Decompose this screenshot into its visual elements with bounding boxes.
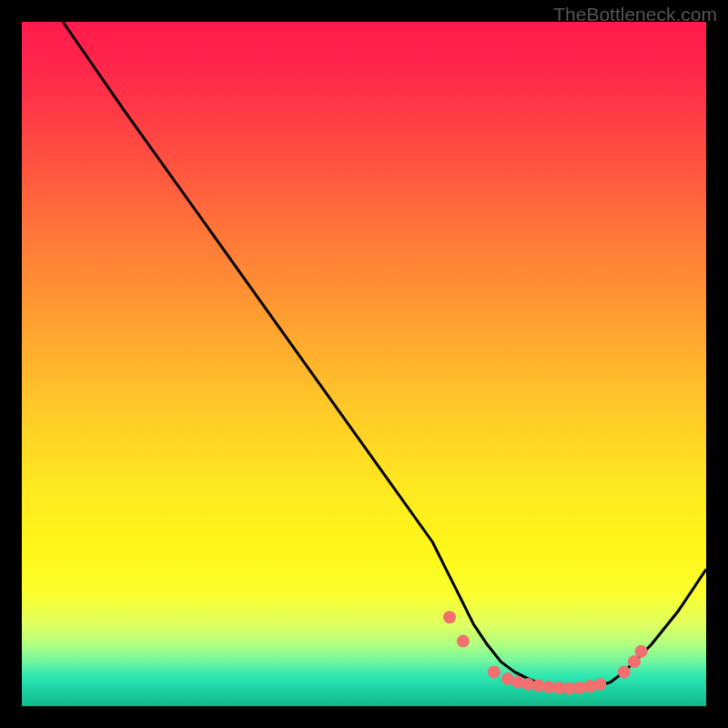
chart-line-series [63, 22, 706, 688]
chart-curve-path [63, 22, 706, 688]
chart-marker-dot [635, 645, 648, 658]
chart-marker-dot [457, 635, 470, 648]
chart-marker-dot [488, 665, 500, 678]
watermark-text: TheBottleneck.com [553, 4, 717, 25]
chart-marker-dot [618, 665, 631, 678]
chart-plot-area [22, 22, 706, 706]
chart-marker-dot [443, 611, 456, 623]
chart-marker-dot [593, 678, 606, 691]
chart-svg [22, 22, 706, 706]
